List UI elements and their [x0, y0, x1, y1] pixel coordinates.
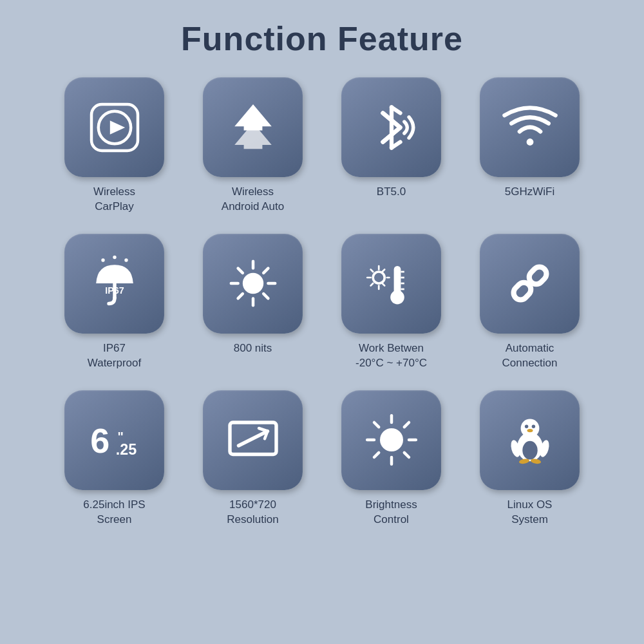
svg-line-46: [238, 431, 267, 446]
svg-rect-40: [526, 264, 549, 287]
icon-box-wifi: [480, 77, 580, 177]
feature-5ghz-wifi: 5GHzWiFi: [470, 77, 589, 214]
android-auto-icon: [224, 99, 282, 156]
feature-label-bt50: BT5.0: [377, 185, 406, 200]
svg-point-10: [101, 259, 104, 262]
svg-line-22: [238, 294, 242, 299]
icon-box-auto-connection: [480, 234, 580, 334]
svg-point-60: [531, 425, 535, 428]
feature-label-wifi: 5GHzWiFi: [505, 185, 554, 200]
feature-wireless-android-auto: WirelessAndroid Auto: [193, 77, 312, 214]
icon-box-ip67: IP67: [64, 234, 164, 334]
svg-text:.25: .25: [115, 441, 137, 458]
icon-box-android-auto: [203, 77, 303, 177]
icon-box-temperature: [341, 234, 441, 334]
icon-box-carplay: [64, 77, 164, 177]
feature-linux-os: Linux OSSystem: [470, 390, 589, 527]
feature-label-carplay: WirelessCarPlay: [93, 185, 135, 214]
svg-marker-2: [109, 120, 124, 135]
svg-rect-25: [395, 278, 399, 298]
resolution-icon: [224, 411, 282, 469]
carplay-icon: [86, 99, 144, 156]
feature-800nits: 800 nits: [193, 234, 312, 371]
feature-wireless-carplay: WirelessCarPlay: [55, 77, 174, 214]
feature-label-android-auto: WirelessAndroid Auto: [222, 185, 284, 214]
feature-label-ip67: IP67Waterproof: [88, 341, 141, 371]
svg-point-12: [124, 259, 128, 262]
feature-resolution: 1560*720Resolution: [193, 390, 312, 527]
svg-point-58: [520, 419, 539, 438]
svg-line-19: [238, 269, 242, 273]
feature-label-linux-os: Linux OSSystem: [507, 498, 553, 527]
icon-box-800nits: [203, 234, 303, 334]
svg-marker-4: [234, 122, 272, 149]
features-grid: WirelessCarPlay WirelessAndroid Auto: [29, 77, 615, 527]
feature-brightness-control: BrightnessControl: [332, 390, 451, 527]
svg-line-35: [370, 270, 373, 272]
feature-temperature: Work Betwen-20°C ~ +70°C: [332, 234, 451, 371]
icon-box-brightness-control: [341, 390, 441, 490]
linux-icon: [501, 411, 559, 469]
brightness-control-icon: [363, 411, 421, 469]
icon-box-resolution: [203, 390, 303, 490]
svg-point-8: [526, 138, 533, 146]
svg-point-14: [242, 273, 263, 294]
svg-point-11: [113, 256, 116, 259]
svg-line-37: [370, 283, 373, 286]
icon-box-ips-screen: 6 " .25: [64, 390, 164, 490]
icon-box-linux: [480, 390, 580, 490]
feature-label-auto-connection: AutomaticConnection: [502, 341, 557, 371]
feature-label-temperature: Work Betwen-20°C ~ +70°C: [355, 341, 427, 371]
svg-text:6: 6: [90, 421, 109, 460]
icon-box-bt50: [341, 77, 441, 177]
svg-point-59: [524, 425, 527, 428]
svg-point-61: [527, 429, 533, 432]
svg-line-38: [382, 283, 384, 286]
link-icon: [501, 254, 559, 312]
svg-line-54: [404, 422, 408, 427]
svg-line-53: [404, 453, 408, 457]
feature-label-800nits: 800 nits: [234, 341, 272, 356]
svg-point-57: [522, 441, 537, 460]
svg-line-21: [263, 269, 268, 273]
page-title: Function Feature: [181, 19, 463, 58]
feature-ip67: IP67 IP67Waterproof: [55, 234, 174, 371]
brightness-icon: [224, 254, 282, 312]
feature-ips-screen: 6 " .25 6.25inch IPSScreen: [55, 390, 174, 527]
feature-bt50: BT5.0: [332, 77, 451, 214]
feature-label-ips-screen: 6.25inch IPSScreen: [83, 498, 145, 527]
svg-text:IP67: IP67: [105, 286, 124, 296]
screen-size-icon: 6 " .25: [86, 411, 144, 469]
bluetooth-icon: [363, 99, 421, 156]
svg-line-36: [382, 270, 384, 272]
svg-line-20: [263, 294, 268, 299]
wifi-icon: [501, 99, 559, 156]
temperature-icon: [363, 254, 421, 312]
svg-line-52: [374, 422, 379, 427]
feature-label-brightness-control: BrightnessControl: [365, 498, 417, 527]
ip67-icon: IP67: [86, 254, 144, 312]
svg-point-30: [373, 272, 384, 283]
feature-label-resolution: 1560*720Resolution: [227, 498, 278, 527]
svg-point-47: [380, 428, 403, 451]
svg-line-55: [374, 453, 379, 457]
feature-auto-connection: AutomaticConnection: [470, 234, 589, 371]
